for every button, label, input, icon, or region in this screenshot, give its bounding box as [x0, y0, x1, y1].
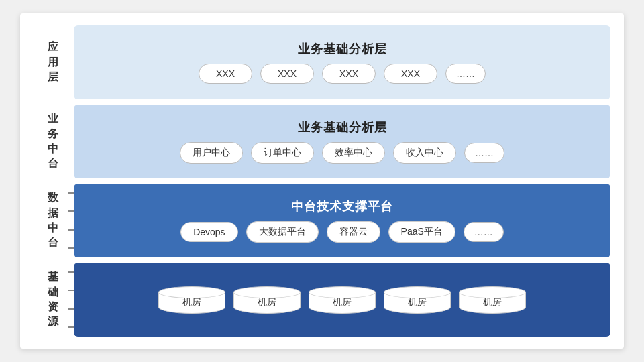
- cards-row-shuju: Devops大数据平台容器云PaaS平台……: [180, 221, 504, 243]
- cylinder-jichu-0: 机房: [158, 286, 225, 314]
- card-yingyong-0: XXX: [199, 64, 252, 84]
- layer-row-shuju: 数 据 中 台中台技术支撑平台Devops大数据平台容器云PaaS平台……: [34, 184, 610, 257]
- card-yewu-0: 用户中心: [180, 142, 243, 164]
- cylinder-top: [158, 286, 225, 298]
- layer-title-yingyong: 业务基础分析层: [298, 41, 387, 57]
- layer-row-yingyong: 应 用 层业务基础分析层XXXXXXXXXXXX……: [34, 25, 610, 99]
- layer-content-yewu: 业务基础分析层用户中心订单中心效率中心收入中心……: [74, 105, 610, 178]
- card-extra-shuju: ……: [464, 222, 504, 242]
- cylinder-jichu-1: 机房: [233, 286, 301, 314]
- cards-row-yingyong: XXXXXXXXXXXX……: [199, 64, 486, 84]
- cylinder-jichu-2: 机房: [309, 286, 376, 314]
- layer-content-yingyong: 业务基础分析层XXXXXXXXXXXX……: [74, 25, 610, 99]
- layer-label-yingyong: 应 用 层: [34, 25, 74, 99]
- diagram-container: 应 用 层业务基础分析层XXXXXXXXXXXX……业 务 中 台业务基础分析层…: [20, 13, 624, 349]
- layer-label-text: 业 务 中 台: [48, 111, 60, 172]
- card-yewu-3: 收入中心: [393, 142, 456, 164]
- layer-content-shuju: 中台技术支撑平台Devops大数据平台容器云PaaS平台……: [74, 184, 610, 257]
- cards-row-yewu: 用户中心订单中心效率中心收入中心……: [180, 142, 504, 164]
- card-yewu-1: 订单中心: [251, 142, 314, 164]
- layer-label-yewu: 业 务 中 台: [34, 105, 74, 178]
- layer-label-text: 基 础 资 源: [48, 269, 60, 330]
- card-shuju-1: 大数据平台: [246, 221, 319, 243]
- card-shuju-3: PaaS平台: [388, 221, 455, 243]
- cylinder-jichu-3: 机房: [384, 286, 451, 314]
- layer-row-jichu: 基 础 资 源机房机房机房机房机房: [34, 263, 610, 337]
- cylinder-top: [233, 286, 301, 298]
- layer-label-jichu: 基 础 资 源: [34, 263, 74, 337]
- layer-content-jichu: 机房机房机房机房机房: [74, 263, 610, 337]
- card-yingyong-2: XXX: [322, 64, 376, 84]
- cylinder-top: [309, 286, 376, 298]
- card-yewu-2: 效率中心: [322, 142, 385, 164]
- layer-title-shuju: 中台技术支撑平台: [291, 198, 393, 215]
- card-yingyong-1: XXX: [260, 64, 314, 84]
- card-yingyong-3: XXX: [384, 64, 437, 84]
- card-extra-yewu: ……: [464, 143, 504, 163]
- layer-title-yewu: 业务基础分析层: [298, 119, 387, 135]
- cards-row-jichu: 机房机房机房机房机房: [158, 286, 526, 314]
- card-shuju-2: 容器云: [327, 221, 380, 243]
- card-extra-yingyong: ……: [445, 64, 486, 84]
- layer-label-shuju: 数 据 中 台: [34, 184, 74, 257]
- card-shuju-0: Devops: [180, 222, 237, 242]
- cylinder-jichu-4: 机房: [459, 286, 526, 314]
- cylinder-top: [384, 286, 451, 298]
- layer-label-text: 数 据 中 台: [48, 190, 60, 251]
- layer-row-yewu: 业 务 中 台业务基础分析层用户中心订单中心效率中心收入中心……: [34, 105, 610, 178]
- cylinder-top: [459, 286, 526, 298]
- layer-label-text: 应 用 层: [48, 40, 60, 84]
